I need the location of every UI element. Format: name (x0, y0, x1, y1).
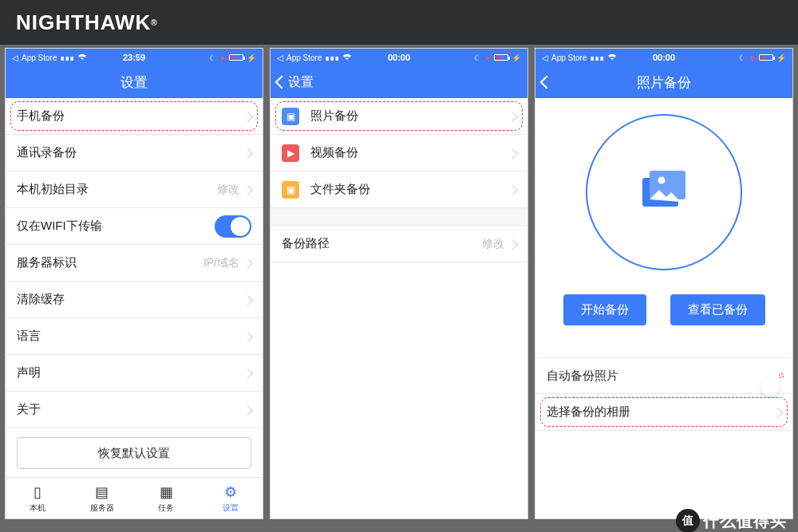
appstore-label[interactable]: App Store (551, 53, 587, 62)
row-label: 关于 (17, 402, 244, 417)
row-server-id[interactable]: 服务器标识 IP/域名 (6, 245, 263, 282)
status-bar: 23:59 ◁ App Store ∎∎∎ ☾ ➤ ⚡ (6, 49, 263, 66)
row-label: 本机初始目录 (17, 182, 217, 197)
moon-icon: ☾ (209, 53, 216, 62)
signal-icon: ∎∎∎ (60, 53, 74, 62)
watermark-badge: 值 (676, 509, 700, 532)
tab-local[interactable]: ▯ 本机 (6, 478, 70, 518)
wifi-icon (342, 53, 352, 62)
start-backup-button[interactable]: 开始备份 (563, 294, 646, 325)
appstore-label[interactable]: App Store (286, 53, 322, 62)
photo-illustration (586, 114, 742, 270)
chevron-right-icon (774, 405, 781, 419)
charge-icon: ⚡ (776, 53, 786, 62)
view-backed-button[interactable]: 查看已备份 (670, 294, 765, 325)
battery-icon (494, 54, 508, 61)
row-value: IP/域名 (203, 256, 239, 270)
row-value: 修改 (482, 237, 504, 251)
row-photo-backup[interactable]: ▣ 照片备份 (271, 98, 527, 135)
row-video-backup[interactable]: ▶ 视频备份 (271, 135, 527, 171)
svg-point-2 (658, 177, 666, 184)
back-button[interactable] (542, 74, 551, 91)
charge-icon: ⚡ (247, 53, 256, 62)
row-label: 语言 (17, 329, 244, 344)
row-contacts-backup[interactable]: 通讯录备份 (6, 135, 263, 171)
row-label: 视频备份 (310, 145, 509, 160)
row-backup-path[interactable]: 备份路径 修改 (271, 226, 527, 262)
pictures-icon (635, 164, 693, 221)
screen-photo-backup: 00:00 ◁ App Store ∎∎∎ ☾ ➤ ⚡ 照片备份 (535, 48, 793, 519)
row-initial-dir[interactable]: 本机初始目录 修改 (6, 171, 263, 208)
row-label: 仅在WIFI下传输 (17, 219, 215, 234)
chevron-right-icon (509, 183, 516, 196)
page-title: 照片备份 (637, 73, 691, 92)
moon-icon: ☾ (739, 53, 746, 62)
row-label: 服务器标识 (17, 255, 203, 270)
photo-backup-content: 开始备份 查看已备份 自动备份照片 选择备份的相册 (535, 98, 792, 518)
row-auto-backup[interactable]: 自动备份照片 (535, 357, 792, 394)
wifi-only-toggle[interactable] (215, 215, 251, 238)
status-bar: 00:00 ◁ App Store ∎∎∎ ☾ ➤ ⚡ (271, 49, 527, 66)
row-phone-backup[interactable]: 手机备份 (6, 98, 263, 135)
row-clear-cache[interactable]: 清除缓存 (6, 282, 263, 318)
tab-tasks[interactable]: ▦ 任务 (134, 478, 199, 518)
action-buttons: 开始备份 查看已备份 (535, 294, 792, 325)
restore-defaults-button[interactable]: 恢复默认设置 (17, 437, 251, 469)
nav-bar: 设置 (271, 66, 527, 98)
chevron-right-icon (244, 293, 251, 306)
battery-icon (229, 54, 243, 61)
watermark-text: 什么值得买 (703, 510, 787, 532)
row-label: 自动备份照片 (547, 368, 781, 384)
phones-container: 23:59 ◁ App Store ∎∎∎ ☾ ➤ ⚡ 设置 手机备份 (0, 45, 798, 519)
chevron-right-icon (244, 329, 251, 343)
row-about[interactable]: 关于 (6, 392, 263, 428)
row-label: 声明 (17, 365, 244, 380)
nav-bar: 设置 (6, 66, 263, 98)
row-label: 备份路径 (282, 236, 482, 251)
page-title: 设置 (120, 73, 148, 92)
screen-settings: 23:59 ◁ App Store ∎∎∎ ☾ ➤ ⚡ 设置 手机备份 (5, 48, 263, 519)
chevron-right-icon (244, 403, 251, 416)
tasks-icon: ▦ (160, 483, 173, 501)
row-folder-backup[interactable]: ▣ 文件夹备份 (271, 171, 527, 208)
nav-bar: 照片备份 (535, 66, 792, 98)
video-icon: ▶ (282, 144, 299, 162)
row-value: 修改 (217, 183, 239, 197)
status-bar: 00:00 ◁ App Store ∎∎∎ ☾ ➤ ⚡ (535, 49, 792, 66)
appstore-label[interactable]: App Store (22, 53, 57, 62)
row-label: 通讯录备份 (17, 145, 244, 160)
back-to-appstore[interactable]: ◁ (277, 53, 283, 62)
wifi-icon (77, 53, 87, 62)
battery-icon (759, 54, 773, 61)
settings-list: 手机备份 通讯录备份 本机初始目录 修改 仅在WIFI下传输 服务器标识 IP/… (6, 98, 263, 429)
row-label: 清除缓存 (17, 292, 244, 307)
tab-bar: ▯ 本机 ▤ 服务器 ▦ 任务 ⚙ 设置 (6, 477, 263, 518)
chevron-right-icon (244, 146, 251, 160)
wifi-icon (607, 53, 617, 62)
back-to-appstore[interactable]: ◁ (12, 53, 18, 62)
watermark-bar: 值 什么值得买 (0, 519, 798, 532)
row-statement[interactable]: 声明 (6, 355, 263, 392)
row-select-album[interactable]: 选择备份的相册 (535, 394, 792, 431)
charge-icon: ⚡ (512, 53, 521, 62)
photo-icon: ▣ (282, 108, 299, 125)
backup-type-list: ▣ 照片备份 ▶ 视频备份 ▣ 文件夹备份 备份路径 修改 (271, 98, 527, 518)
chevron-left-icon (277, 74, 286, 91)
row-language[interactable]: 语言 (6, 318, 263, 355)
chevron-right-icon (509, 109, 516, 123)
chevron-right-icon (244, 183, 251, 196)
back-to-appstore[interactable]: ◁ (542, 53, 548, 62)
chevron-right-icon (244, 366, 251, 380)
folder-icon: ▣ (282, 181, 299, 199)
row-label: 照片备份 (310, 108, 509, 124)
chevron-right-icon (509, 146, 516, 160)
tab-settings[interactable]: ⚙ 设置 (199, 478, 263, 518)
section-gap (271, 208, 527, 226)
back-button[interactable]: 设置 (277, 74, 314, 91)
row-wifi-only[interactable]: 仅在WIFI下传输 (6, 208, 263, 245)
tab-server[interactable]: ▤ 服务器 (70, 478, 135, 518)
row-label: 选择备份的相册 (547, 404, 774, 420)
location-icon: ➤ (484, 53, 491, 62)
screen-backup-types: 00:00 ◁ App Store ∎∎∎ ☾ ➤ ⚡ 设置 ▣ (270, 48, 528, 519)
signal-icon: ∎∎∎ (590, 53, 604, 62)
